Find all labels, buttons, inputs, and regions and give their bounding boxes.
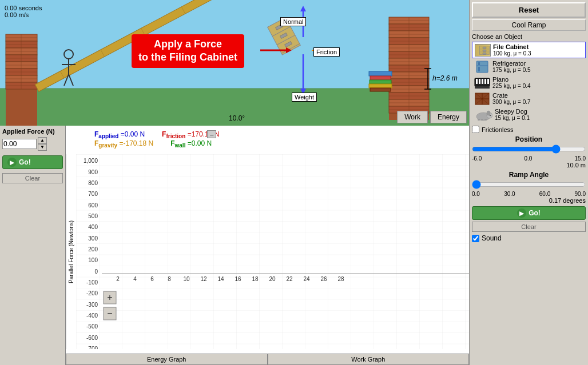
ramp-mid1: 30.0 xyxy=(504,191,515,197)
piano-label: Piano 225 kg, μ = 0.4 xyxy=(492,76,531,89)
force-input[interactable] xyxy=(2,139,37,149)
ramp-angle-slider[interactable] xyxy=(472,180,586,189)
frictionless-row: Frictionless xyxy=(472,126,586,133)
sound-label: Sound xyxy=(482,234,502,242)
go-icon-right: ▶ xyxy=(517,208,526,218)
collapse-btn[interactable]: – xyxy=(207,130,216,138)
svg-rect-61 xyxy=(370,80,391,84)
energy-graph-tab[interactable]: Energy Graph xyxy=(66,354,268,365)
crate-label: Crate 300 kg, μ = 0.7 xyxy=(492,92,531,105)
svg-rect-63 xyxy=(370,88,391,91)
object-item-cabinet[interactable]: File Cabinet 100 kg, μ = 0.3 xyxy=(472,42,586,58)
svg-text:28: 28 xyxy=(337,276,344,282)
position-value-display: 10.0 m xyxy=(472,162,586,169)
svg-text:4: 4 xyxy=(133,276,137,282)
svg-rect-62 xyxy=(369,84,392,88)
scene-buttons: Work Energy xyxy=(397,111,467,123)
go-button-left[interactable]: ▶ Go! xyxy=(2,155,63,169)
svg-rect-154 xyxy=(481,119,483,121)
svg-text:-600: -600 xyxy=(86,335,98,341)
svg-text:800: 800 xyxy=(88,180,98,186)
time-display: 0.00 seconds 0.00 m/s xyxy=(5,5,42,18)
work-button[interactable]: Work xyxy=(397,111,428,123)
fridge-label: Refrigerator 175 kg, μ = 0.5 xyxy=(492,60,531,73)
svg-text:6: 6 xyxy=(150,276,154,282)
velocity-display: 0.00 m/s xyxy=(5,11,42,18)
ramp-angle-value-display: 0.17 degrees xyxy=(472,197,586,204)
svg-text:-300: -300 xyxy=(86,302,98,308)
go-button-right[interactable]: ▶ Go! xyxy=(472,206,586,220)
frictionless-checkbox[interactable] xyxy=(472,126,479,133)
svg-rect-87 xyxy=(76,154,469,349)
svg-rect-140 xyxy=(476,79,478,84)
ramp-min: 0.0 xyxy=(472,191,480,197)
clear-button-left[interactable]: Clear xyxy=(2,173,63,183)
svg-text:22: 22 xyxy=(286,276,293,282)
f-gravity-display: Fgravity =-170.18 N xyxy=(94,139,153,149)
pos-min: -6.0 xyxy=(472,155,482,162)
graph-svg: 1,000 900 800 700 600 500 400 300 200 10… xyxy=(76,154,469,349)
force-legend: Fapplied =0.00 N Ffriction =170.18 N – xyxy=(94,130,219,139)
sound-row: Sound xyxy=(472,234,586,242)
cabinet-label: File Cabinet 100 kg, μ = 0.3 xyxy=(493,43,531,57)
svg-rect-141 xyxy=(479,79,480,84)
seconds-display: 0.00 seconds xyxy=(5,5,42,11)
object-item-fridge[interactable]: Refrigerator 175 kg, μ = 0.5 xyxy=(472,59,586,74)
svg-text:-100: -100 xyxy=(86,279,98,286)
apply-force-label: Apply a Force to the Filing Cabinet xyxy=(132,34,244,68)
svg-rect-137 xyxy=(478,67,480,71)
svg-text:-400: -400 xyxy=(86,312,98,319)
svg-text:16: 16 xyxy=(235,276,241,282)
graph-area: Fapplied =0.00 N Ffriction =170.18 N – F… xyxy=(66,126,469,365)
fridge-icon xyxy=(474,61,490,73)
friction-label: Friction xyxy=(313,47,340,57)
sound-checkbox[interactable] xyxy=(472,235,479,242)
f-applied-display: Fapplied =0.00 N xyxy=(94,130,145,139)
svg-rect-136 xyxy=(478,62,480,65)
dog-label: Sleepy Dog 15 kg, μ = 0.1 xyxy=(495,108,530,121)
svg-text:100: 100 xyxy=(88,257,98,263)
force-legend-2: Fgravity =-170.18 N Fwall =0.00 N xyxy=(94,139,212,149)
work-graph-tab[interactable]: Work Graph xyxy=(268,354,470,365)
force-spin-down[interactable]: ▼ xyxy=(38,144,47,151)
svg-rect-139 xyxy=(475,86,490,89)
object-item-piano[interactable]: Piano 225 kg, μ = 0.4 xyxy=(472,75,586,90)
reset-button[interactable]: Reset xyxy=(472,2,586,18)
svg-rect-131 xyxy=(483,47,486,49)
go-icon-left: ▶ xyxy=(7,158,17,167)
h-label: h=2.6 m xyxy=(432,74,458,82)
position-slider[interactable] xyxy=(472,145,586,154)
svg-text:-700: -700 xyxy=(86,346,98,349)
f-wall-display: Fwall =0.00 N xyxy=(170,139,212,149)
ramp-angle-section-label: Ramp Angle xyxy=(472,171,586,179)
y-axis-label: Parallel Force (Newtons) xyxy=(66,154,76,349)
normal-label: Normal xyxy=(280,17,306,26)
force-spin-up[interactable]: ▲ xyxy=(38,137,47,144)
scene-area: 0.00 seconds 0.00 m/s Apply a Force to t… xyxy=(0,0,469,126)
ramp-mid2: 60.0 xyxy=(539,191,550,197)
svg-text:0: 0 xyxy=(94,268,98,275)
object-item-crate[interactable]: Crate 300 kg, μ = 0.7 xyxy=(472,91,586,106)
svg-rect-143 xyxy=(484,79,486,84)
svg-text:8: 8 xyxy=(168,276,171,282)
svg-text:+: + xyxy=(107,292,112,302)
svg-text:26: 26 xyxy=(320,276,327,282)
piano-icon xyxy=(474,77,490,89)
clear-button-right[interactable]: Clear xyxy=(472,222,586,232)
svg-point-156 xyxy=(490,115,491,116)
dog-icon xyxy=(474,109,492,121)
object-list: File Cabinet 100 kg, μ = 0.3 Refrigerato… xyxy=(472,42,586,122)
energy-button[interactable]: Energy xyxy=(430,111,467,123)
cool-ramp-button[interactable]: Cool Ramp xyxy=(472,19,586,31)
weight-label: Weight xyxy=(292,93,317,102)
svg-text:-200: -200 xyxy=(86,290,98,296)
svg-text:500: 500 xyxy=(88,213,98,219)
svg-text:700: 700 xyxy=(88,191,98,197)
applied-force-label: Applied Force (N) xyxy=(2,128,63,135)
position-slider-container: -6.0 0.0 15.0 10.0 m xyxy=(472,145,586,169)
object-item-dog[interactable]: Sleepy Dog 15 kg, μ = 0.1 xyxy=(472,107,586,122)
graph-tabs: Energy Graph Work Graph xyxy=(66,354,469,365)
svg-text:10: 10 xyxy=(183,276,190,282)
svg-text:12: 12 xyxy=(200,276,207,282)
ramp-max: 90.0 xyxy=(575,191,586,197)
